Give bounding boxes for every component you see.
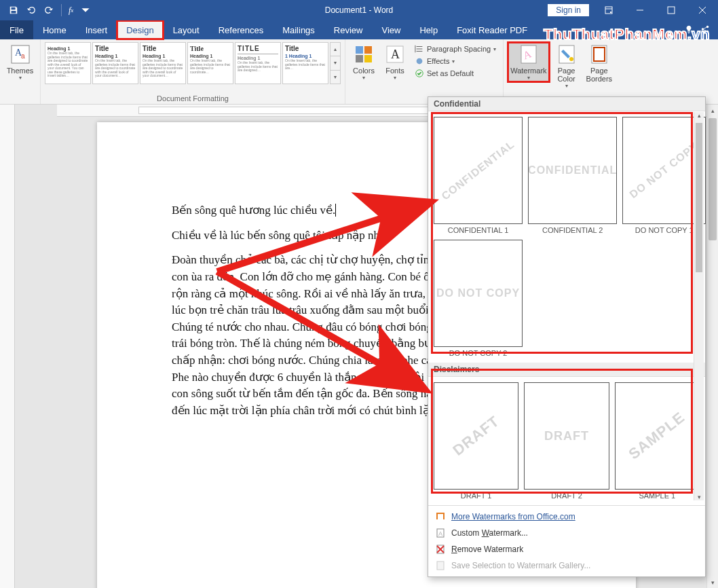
tab-references[interactable]: References bbox=[209, 20, 273, 39]
watermark-button[interactable]: A Watermark ▾ bbox=[508, 42, 549, 82]
set-default-button[interactable]: Set as Default bbox=[412, 68, 499, 79]
watermark-icon: A bbox=[518, 43, 540, 65]
ribbon-options-button[interactable] bbox=[593, 0, 624, 20]
svg-rect-23 bbox=[438, 514, 443, 519]
maximize-button[interactable] bbox=[656, 0, 687, 20]
style-set-item[interactable]: Title Heading 1 On the Insert tab, the g… bbox=[140, 42, 186, 84]
gallery-scrollbar[interactable]: ▴ ▾ bbox=[694, 112, 704, 500]
style-set-item[interactable]: Title Heading 1 On the Insert tab, the g… bbox=[92, 42, 138, 84]
tab-layout[interactable]: Layout bbox=[164, 20, 209, 39]
watermark-grid-disclaimers: DRAFTDRAFT 1DRAFTDRAFT 2SAMPLESAMPLE 1 bbox=[428, 377, 705, 505]
page-color-icon bbox=[556, 43, 578, 65]
redo-button[interactable] bbox=[41, 2, 57, 18]
site-watermark: ThuThuatPhanMem.vn bbox=[544, 26, 710, 43]
sign-in-button[interactable]: Sign in bbox=[548, 4, 589, 16]
svg-rect-1 bbox=[668, 7, 675, 14]
scroll-up-icon[interactable]: ▴ bbox=[330, 43, 340, 56]
page-borders-button[interactable]: Page Borders bbox=[584, 42, 616, 84]
chevron-down-icon: ▾ bbox=[565, 83, 568, 89]
vertical-ruler[interactable] bbox=[0, 105, 15, 588]
svg-point-14 bbox=[417, 58, 423, 65]
svg-rect-8 bbox=[356, 46, 363, 54]
colors-icon bbox=[353, 43, 375, 65]
style-set-item[interactable]: Title Heading 1 On the Insert tab, the g… bbox=[187, 42, 233, 84]
gallery-section-disclaimers: Disclaimers bbox=[428, 363, 705, 377]
style-set-item[interactable]: Heading 1 On the Insert tab, the galleri… bbox=[45, 42, 91, 84]
ribbon: Aa Themes ▾ Heading 1 On the Insert tab,… bbox=[0, 39, 718, 105]
svg-text:a: a bbox=[21, 52, 25, 60]
watermark-option[interactable]: SAMPLESAMPLE 1 bbox=[615, 382, 700, 500]
tab-review[interactable]: Review bbox=[324, 20, 373, 39]
tab-foxit[interactable]: Foxit Reader PDF bbox=[447, 20, 537, 39]
scroll-down-icon[interactable]: ▾ bbox=[707, 576, 718, 588]
chevron-down-icon: ▾ bbox=[527, 75, 530, 81]
qat-dropdown[interactable] bbox=[77, 2, 94, 18]
effects-button[interactable]: Effects ▾ bbox=[412, 56, 499, 67]
svg-rect-27 bbox=[437, 562, 444, 570]
tab-home[interactable]: Home bbox=[33, 20, 76, 39]
svg-text:A: A bbox=[438, 530, 442, 537]
title-bar: fx Document1 - Word Sign in bbox=[0, 0, 718, 20]
watermark-option[interactable]: DRAFTDRAFT 1 bbox=[434, 382, 518, 500]
menu-remove-watermark[interactable]: Remove Watermark bbox=[428, 541, 705, 557]
undo-button[interactable] bbox=[23, 2, 39, 18]
svg-rect-11 bbox=[364, 55, 372, 62]
chevron-down-icon: ▾ bbox=[452, 58, 455, 65]
tab-help[interactable]: Help bbox=[410, 20, 447, 39]
menu-save-selection: Save Selection to Watermark Gallery... bbox=[428, 557, 705, 574]
fonts-button[interactable]: A Fonts ▾ bbox=[381, 42, 409, 82]
style-set-gallery[interactable]: Heading 1 On the Insert tab, the galleri… bbox=[45, 42, 341, 84]
themes-icon: Aa bbox=[10, 43, 31, 65]
quick-access-toolbar: fx bbox=[0, 2, 94, 18]
scrollbar-thumb[interactable] bbox=[696, 123, 702, 272]
menu-custom-watermark[interactable]: A Custom Watermark... bbox=[428, 525, 705, 541]
svg-rect-10 bbox=[356, 55, 363, 62]
watermark-option[interactable]: DO NOT COPYDO NOT COPY 2 bbox=[434, 240, 523, 357]
page-color-button[interactable]: Page Color ▾ bbox=[552, 42, 581, 90]
page-borders-icon bbox=[588, 43, 610, 65]
fonts-icon: A bbox=[384, 43, 406, 65]
tab-mailings[interactable]: Mailings bbox=[273, 20, 324, 39]
tab-view[interactable]: View bbox=[372, 20, 410, 39]
chevron-down-icon: ▾ bbox=[394, 75, 396, 81]
colors-button[interactable]: Colors ▾ bbox=[349, 42, 378, 82]
scroll-down-icon[interactable]: ▾ bbox=[330, 56, 340, 70]
watermark-menu: More Watermarks from Office.com A Custom… bbox=[428, 505, 705, 576]
vertical-scrollbar[interactable]: ▴ ▾ bbox=[706, 105, 718, 588]
svg-rect-9 bbox=[364, 46, 372, 54]
gallery-scroll[interactable]: ▴ ▾ ▾ bbox=[330, 42, 341, 84]
group-label-doc-formatting: Document Formatting bbox=[45, 93, 341, 104]
tab-design[interactable]: Design bbox=[117, 20, 163, 39]
paragraph-spacing-button[interactable]: Paragraph Spacing ▾ bbox=[412, 43, 499, 54]
scrollbar-thumb[interactable] bbox=[708, 118, 717, 240]
watermark-option[interactable]: CONFIDENTIALCONFIDENTIAL 1 bbox=[434, 117, 523, 234]
chevron-down-icon: ▾ bbox=[362, 75, 365, 81]
gallery-expand-icon[interactable]: ▾ bbox=[330, 71, 340, 84]
watermark-gallery-panel: Confidential CONFIDENTIALCONFIDENTIAL 1C… bbox=[428, 96, 706, 577]
formula-label: fx bbox=[66, 2, 76, 18]
minimize-button[interactable] bbox=[624, 0, 656, 20]
save-button[interactable] bbox=[5, 2, 22, 18]
chevron-down-icon: ▾ bbox=[493, 46, 496, 52]
menu-more-watermarks[interactable]: More Watermarks from Office.com bbox=[428, 509, 705, 525]
themes-button[interactable]: Aa Themes ▾ bbox=[4, 42, 36, 82]
style-set-item[interactable]: Title 1 Heading 1 On the Insert tab, the… bbox=[282, 42, 328, 84]
svg-text:A: A bbox=[391, 48, 400, 61]
watermark-option[interactable]: CONFIDENTIALCONFIDENTIAL 2 bbox=[528, 117, 617, 234]
style-set-item[interactable]: TITLE Heading 1 On the Insert tab, the g… bbox=[235, 42, 281, 84]
svg-point-19 bbox=[569, 57, 573, 61]
scroll-up-icon[interactable]: ▴ bbox=[707, 105, 718, 116]
window-title: Document1 - Word bbox=[325, 5, 393, 15]
watermark-grid-confidential: CONFIDENTIALCONFIDENTIAL 1CONFIDENTIALCO… bbox=[428, 111, 705, 363]
gallery-section-confidential: Confidential bbox=[428, 97, 705, 111]
chevron-down-icon: ▾ bbox=[19, 75, 22, 81]
watermark-option[interactable]: DRAFTDRAFT 2 bbox=[524, 382, 609, 500]
close-button[interactable] bbox=[687, 0, 718, 20]
tab-file[interactable]: File bbox=[0, 20, 33, 39]
tab-insert[interactable]: Insert bbox=[76, 20, 117, 39]
